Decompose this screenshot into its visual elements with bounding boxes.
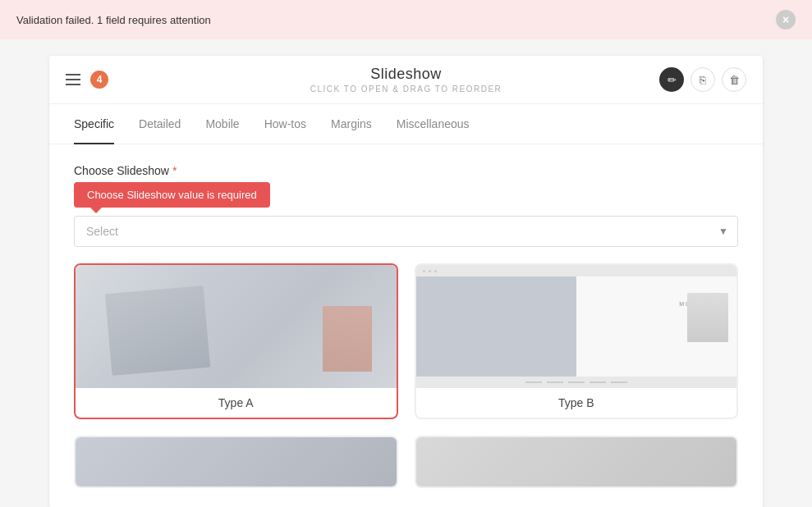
validation-message: Validation failed. 1 field requires atte… (16, 14, 211, 26)
type-b-dot-2 (429, 270, 431, 272)
slideshow-type-card-c[interactable] (74, 436, 398, 488)
hamburger-icon[interactable] (66, 74, 80, 85)
slideshow-type-card-a[interactable]: Type A (74, 263, 398, 419)
card-title-group: Slideshow CLICK TO OPEN & DRAG TO REORDE… (310, 66, 502, 94)
validation-close-button[interactable]: × (776, 10, 796, 30)
tab-mobile[interactable]: Mobile (205, 104, 239, 144)
type-b-top-bar (416, 265, 737, 276)
type-b-footer-line-2 (547, 381, 563, 383)
error-tooltip: Choose Slideshow value is required (74, 182, 270, 208)
type-b-dot-3 (434, 270, 437, 272)
type-b-image (416, 265, 737, 388)
tab-content-specific: Choose Slideshow * Choose Slideshow valu… (49, 144, 763, 507)
card-header-right: ✏ ⎘ 🗑 (659, 67, 746, 92)
slideshow-type-card-d[interactable] (415, 436, 739, 488)
slideshow-card: 4 Slideshow CLICK TO OPEN & DRAG TO REOR… (49, 56, 763, 507)
type-a-image (76, 265, 397, 388)
field-label-group: Choose Slideshow * (74, 164, 738, 177)
select-wrapper: Select ▼ (74, 216, 738, 247)
type-b-footer-line-4 (590, 381, 606, 383)
tab-margins[interactable]: Margins (331, 104, 372, 144)
tab-specific[interactable]: Specific (74, 104, 114, 144)
type-a-label: Type A (76, 388, 397, 418)
hamburger-line-3 (66, 84, 80, 85)
tab-miscellaneous[interactable]: Miscellaneous (397, 104, 470, 144)
type-b-footer-line-1 (525, 381, 542, 383)
type-c-image (76, 437, 397, 486)
hamburger-line-2 (66, 79, 80, 80)
card-header: 4 Slideshow CLICK TO OPEN & DRAG TO REOR… (49, 56, 763, 104)
slideshow-type-card-b[interactable]: Type B (415, 263, 739, 419)
type-b-footer-line-5 (611, 381, 627, 383)
type-b-mock-image (416, 265, 737, 388)
copy-button[interactable]: ⎘ (690, 67, 715, 92)
card-subtitle: CLICK TO OPEN & DRAG TO REORDER (310, 84, 502, 94)
slideshow-select[interactable]: Select (74, 216, 738, 247)
required-indicator: * (172, 164, 177, 177)
tab-how-tos[interactable]: How-tos (264, 104, 306, 144)
slideshow-type-grid: Type A (74, 263, 738, 488)
type-b-footer (416, 377, 737, 388)
field-label-text: Choose Slideshow (74, 164, 169, 177)
tabs-bar: Specific Detailed Mobile How-tos Margins… (49, 104, 763, 144)
tab-detailed[interactable]: Detailed (139, 104, 181, 144)
main-content: 4 Slideshow CLICK TO OPEN & DRAG TO REOR… (0, 39, 812, 507)
edit-button[interactable]: ✏ (659, 67, 684, 92)
type-b-dot-1 (423, 270, 425, 272)
delete-button[interactable]: 🗑 (722, 67, 746, 92)
validation-banner: Validation failed. 1 field requires atte… (0, 0, 812, 39)
type-b-label: Type B (416, 388, 737, 418)
type-b-footer-line-3 (568, 381, 585, 383)
hamburger-line-1 (66, 74, 80, 75)
type-a-mock-image (76, 265, 397, 388)
card-header-left: 4 (66, 71, 108, 89)
type-c-mock-image (76, 437, 397, 486)
item-badge: 4 (90, 71, 108, 89)
card-title: Slideshow (310, 66, 502, 83)
type-d-image (416, 437, 737, 486)
type-d-mock-image (416, 437, 737, 486)
type-b-body (416, 276, 737, 377)
